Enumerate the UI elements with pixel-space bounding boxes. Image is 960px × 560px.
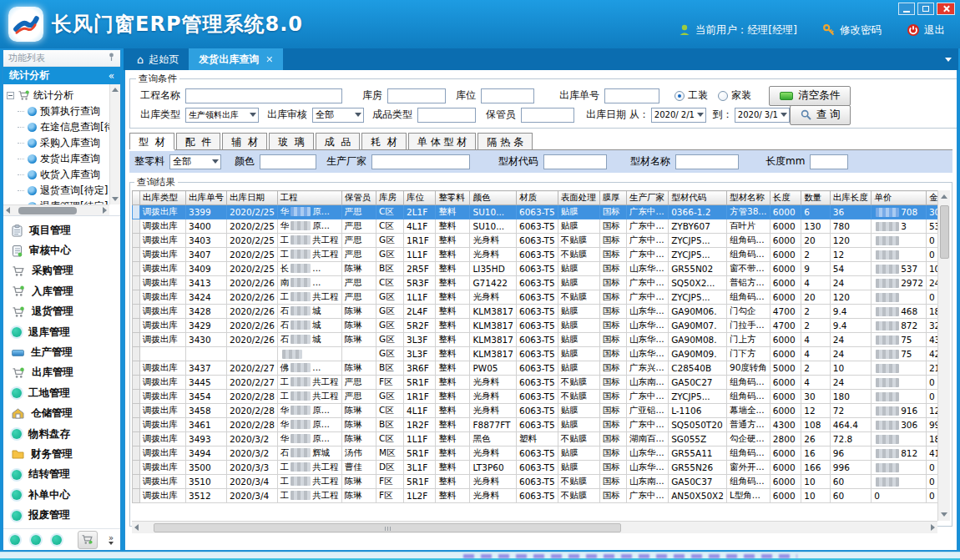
color-input[interactable] bbox=[260, 154, 316, 169]
column-header[interactable]: 生产厂家 bbox=[627, 191, 669, 205]
grid-horizontal-scrollbar[interactable] bbox=[132, 521, 937, 533]
column-header[interactable]: 长度 bbox=[770, 191, 801, 205]
table-row[interactable]: 调拨出库34132020/2/26南...严思C区5R3F整料G71422606… bbox=[133, 276, 950, 290]
radio-gongzhuang[interactable] bbox=[675, 91, 685, 101]
maximize-button[interactable] bbox=[917, 3, 934, 15]
tab-shipment-outbound-query[interactable]: 发货出库查询 ✕ bbox=[189, 48, 283, 70]
column-header[interactable]: 库房 bbox=[376, 191, 404, 205]
sidebar-section-statistics[interactable]: 统计分析 « bbox=[3, 67, 120, 84]
material-tab[interactable]: 玻 璃 bbox=[269, 133, 314, 149]
tree-horizontal-scrollbar[interactable] bbox=[3, 204, 109, 215]
date-from-picker[interactable]: 2020/ 2/16 bbox=[651, 108, 706, 123]
sidebar-item-报废管理[interactable]: 报废管理 bbox=[3, 505, 120, 525]
tree-root-statistics[interactable]: 统计分析 bbox=[7, 88, 120, 103]
zhengling-select[interactable]: 全部 bbox=[169, 154, 221, 169]
tree-expander-icon[interactable] bbox=[7, 92, 14, 99]
table-row[interactable]: 调拨出库34942020/3/2石辉城汤伟M区5R1F整料光身料6063-T5贴… bbox=[133, 446, 950, 461]
collapsed-module-icon[interactable] bbox=[31, 535, 41, 545]
column-header[interactable]: 膜厚 bbox=[599, 191, 626, 205]
table-row[interactable]: G区3L3F整料KLM38176063-T5贴膜国标山东华...GA90M09.… bbox=[133, 347, 950, 361]
sidebar-item-工地管理[interactable]: 工地管理 bbox=[3, 383, 120, 403]
audit-select[interactable]: 全部 bbox=[312, 108, 364, 123]
column-header[interactable]: 库位 bbox=[404, 191, 436, 205]
material-tab[interactable]: 配 件 bbox=[176, 133, 221, 149]
clear-conditions-button[interactable]: 清空条件 bbox=[769, 86, 851, 106]
location-input[interactable] bbox=[481, 88, 534, 103]
scrollbar-thumb[interactable] bbox=[154, 523, 621, 532]
column-header[interactable]: 单价 bbox=[872, 191, 927, 205]
outbound-type-select[interactable]: 生产领料出库 bbox=[185, 108, 259, 123]
sidebar-item-结转管理[interactable]: 结转管理 bbox=[3, 465, 120, 485]
table-row[interactable]: 调拨出库35002020/3/3工共工程曹佳D区3L1F整料LT3P606063… bbox=[133, 461, 950, 475]
column-header[interactable]: 型材代码 bbox=[669, 191, 727, 205]
length-input[interactable] bbox=[810, 154, 848, 169]
radio-jiazhuang[interactable] bbox=[718, 91, 728, 101]
collapsed-module-icon[interactable] bbox=[52, 535, 62, 545]
order-no-input[interactable] bbox=[604, 88, 659, 103]
search-button[interactable]: 查 询 bbox=[790, 105, 851, 125]
product-type-input[interactable] bbox=[417, 108, 476, 123]
table-row[interactable]: 调拨出库34242020/2/26工共工程严思G区1L1F整料光身料6063-T… bbox=[133, 290, 950, 305]
table-row[interactable]: 调拨出库34032020/2/25工共工程严思G区1R1F整料光身料6063-T… bbox=[133, 234, 950, 248]
collapse-icon[interactable]: « bbox=[109, 70, 114, 82]
tree-item[interactable]: 发货出库查询 bbox=[7, 151, 120, 167]
table-row[interactable]: 调拨出库34282020/2/26石城陈琳G区2L4F整料KLM38176063… bbox=[133, 305, 950, 319]
material-tab[interactable]: 单 体 型 材 bbox=[408, 133, 476, 149]
table-row[interactable]: 调拨出库34372020/2/27佛...陈琳B区3R6F整料PW056063-… bbox=[133, 361, 950, 376]
column-header[interactable]: 颜色 bbox=[470, 191, 517, 205]
column-header[interactable]: 整零料 bbox=[436, 191, 470, 205]
tree-vertical-scrollbar[interactable] bbox=[109, 84, 120, 204]
tree-item[interactable]: 退货查询[待定] bbox=[7, 183, 120, 199]
table-row[interactable]: 调拨出库34932020/3/2华原...陈琳C区1L1F整料黑色塑料不贴膜国标… bbox=[133, 432, 950, 446]
sidebar-item-物料盘存[interactable]: 物料盘存 bbox=[3, 424, 120, 444]
sidebar-item-补单中心[interactable]: 补单中心 bbox=[3, 485, 120, 505]
sidebar-item-仓储管理[interactable]: 仓储管理 bbox=[3, 404, 120, 424]
column-header[interactable]: 表面处理 bbox=[558, 191, 599, 205]
column-header[interactable]: 材质 bbox=[517, 191, 558, 205]
sidebar-item-采购管理[interactable]: 采购管理 bbox=[3, 261, 120, 281]
tree-item[interactable]: 在途信息查询[待 bbox=[7, 119, 120, 135]
profile-code-input[interactable] bbox=[543, 154, 607, 169]
material-tab[interactable]: 辅 材 bbox=[222, 133, 267, 149]
column-header[interactable]: 出库长度 bbox=[830, 191, 871, 205]
cart-module-button[interactable] bbox=[78, 531, 98, 549]
profile-name-input[interactable] bbox=[675, 154, 739, 169]
table-row[interactable]: 调拨出库34302020/2/26石城陈琳G区3L3F整料KLM38176063… bbox=[133, 333, 950, 347]
table-row[interactable]: 调拨出库34582020/2/28华原...陈琳C区4L1F整料光身料6063-… bbox=[133, 404, 950, 418]
tree-item[interactable]: 采购入库查询 bbox=[7, 135, 120, 151]
table-row[interactable]: 调拨出库34542020/2/28工共工程严思G区1R1F整料光身料6063-T… bbox=[133, 390, 950, 404]
pin-icon[interactable] bbox=[108, 53, 115, 64]
grid-vertical-scrollbar[interactable] bbox=[937, 190, 950, 521]
table-row[interactable]: 调拨出库34612020/2/28华原...陈琳B区1R2F整料F8877FT6… bbox=[133, 418, 950, 432]
keeper-input[interactable] bbox=[521, 108, 574, 123]
sidebar-item-入库管理[interactable]: 入库管理 bbox=[3, 281, 120, 301]
column-header[interactable]: 数量 bbox=[801, 191, 831, 205]
sidebar-item-退库管理[interactable]: 退库管理 bbox=[3, 322, 120, 342]
sidebar-item-生产管理[interactable]: 生产管理 bbox=[3, 342, 120, 362]
collapsed-module-icon[interactable] bbox=[10, 535, 20, 545]
table-row[interactable]: 调拨出库35102020/3/4工共工程陈琳F区5R1F整料光身料6063-T5… bbox=[133, 475, 950, 489]
table-row[interactable]: 调拨出库34452020/2/27工共工程严思F区5R1F整料光身料6063-T… bbox=[133, 376, 950, 390]
sidebar-item-项目管理[interactable]: 项目管理 bbox=[3, 220, 120, 240]
warehouse-input[interactable] bbox=[387, 88, 446, 103]
change-password-button[interactable]: 修改密码 bbox=[822, 23, 882, 38]
column-header[interactable]: 出库日期 bbox=[226, 191, 277, 205]
column-header[interactable]: 出库类型 bbox=[139, 191, 185, 205]
minimize-button[interactable] bbox=[898, 3, 915, 15]
date-to-picker[interactable]: 2020/ 3/16 bbox=[735, 108, 790, 123]
sidebar-overflow-button[interactable]: » bbox=[109, 535, 114, 545]
sidebar-item-退货管理[interactable]: 退货管理 bbox=[3, 302, 120, 322]
tabstrip-dropdown-caret[interactable] bbox=[945, 58, 952, 62]
table-row[interactable]: 调拨出库35122020/3/4工共工程陈琳F区1L2F整料光身料6063-T5… bbox=[133, 489, 950, 503]
tree-item[interactable]: 收货入库查询 bbox=[7, 167, 120, 183]
table-row[interactable]: 调拨出库33992020/2/25华原...严思C区2L1F整料SU10...6… bbox=[133, 205, 950, 219]
table-row[interactable]: 调拨出库34072020/2/25工共工程严思G区1L1F整料光身料6063-T… bbox=[133, 248, 950, 262]
material-tab[interactable]: 耗 材 bbox=[361, 133, 407, 149]
sidebar-item-审核中心[interactable]: 审核中心 bbox=[3, 240, 120, 260]
column-header[interactable]: 工程 bbox=[277, 191, 341, 205]
sidebar-item-出库管理[interactable]: 出库管理 bbox=[3, 363, 120, 383]
tab-home[interactable]: ⌂ 起始页 bbox=[127, 48, 189, 70]
column-header[interactable]: 出库单号 bbox=[185, 191, 226, 205]
table-row[interactable]: 调拨出库34092020/2/25长...陈琳B区2R5F整料LI35HD606… bbox=[133, 262, 950, 276]
project-name-input[interactable] bbox=[185, 88, 342, 103]
